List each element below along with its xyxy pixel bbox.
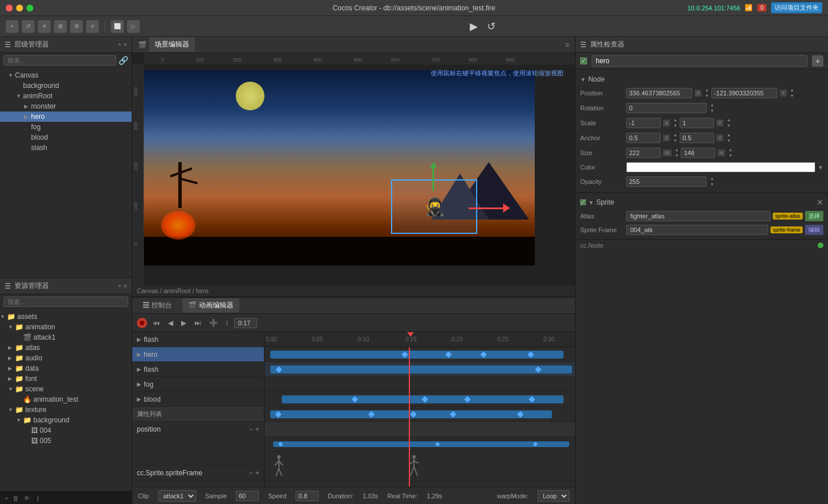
asset-item-texture[interactable]: ▼ 📁 texture: [0, 405, 132, 415]
rotation-input[interactable]: [626, 103, 707, 113]
settings-button[interactable]: ⚙: [70, 20, 83, 33]
reveal-icon[interactable]: 👁: [24, 495, 30, 502]
asset-item-005[interactable]: 🖼 005: [0, 436, 132, 446]
asset-item-data[interactable]: ▶ 📁 data: [0, 363, 132, 374]
record-button[interactable]: [137, 318, 147, 328]
add-node-button[interactable]: +: [6, 20, 18, 33]
sprite-enabled[interactable]: ✓: [580, 199, 586, 205]
refresh-scene-button[interactable]: ↺: [487, 20, 496, 33]
scene-view-button[interactable]: ⬜: [111, 20, 124, 33]
add-icon[interactable]: +: [5, 495, 8, 502]
track-row-flash2[interactable]: ▶ flash: [132, 362, 264, 377]
scale-y-input[interactable]: [680, 118, 714, 128]
ax-up[interactable]: ▲: [673, 132, 677, 138]
skip-start-button[interactable]: ⏮: [151, 318, 162, 328]
asset-item-font[interactable]: ▶ 📁 font: [0, 374, 132, 384]
anim-timeline[interactable]: 0:00 0:05 0:10 0:15 0:20 0:25 0:30 0:35 …: [264, 332, 575, 487]
color-dropdown[interactable]: ▼: [818, 164, 823, 171]
anchor-y-input[interactable]: [680, 133, 714, 143]
play-pause-button[interactable]: ▶: [179, 318, 189, 328]
asset-item-animation-test[interactable]: 🔥 animation_test: [0, 394, 132, 405]
rot-down[interactable]: ▼: [710, 108, 714, 114]
ay-up[interactable]: ▲: [727, 132, 731, 138]
size-h-input[interactable]: [681, 148, 715, 158]
node-enabled-checkbox[interactable]: ✓: [580, 57, 587, 64]
close-btn[interactable]: [6, 5, 13, 11]
sprite-section-header[interactable]: ✓ ▼ Sprite ✕: [576, 195, 828, 209]
minus-icon[interactable]: −: [249, 425, 253, 433]
asset-item-background-folder[interactable]: ▼ 📁 background: [0, 415, 132, 425]
asset-item-attack1[interactable]: 🎬 attack1: [0, 332, 132, 343]
node-section-header[interactable]: ▼ Node: [576, 73, 828, 86]
skip-end-button[interactable]: ⏭: [192, 318, 204, 328]
anchor-x-input[interactable]: [626, 133, 661, 143]
track-row-fog[interactable]: ▶ fog: [132, 377, 264, 392]
hierarchy-menu-btn[interactable]: ≡: [124, 41, 127, 48]
step-back-button[interactable]: ◀: [166, 318, 175, 328]
ay-down[interactable]: ▼: [727, 138, 731, 144]
tree-item-slash[interactable]: slash: [0, 143, 132, 153]
plus-icon2[interactable]: +: [255, 469, 259, 477]
plus-icon[interactable]: +: [255, 425, 259, 433]
asset-item-assets[interactable]: ▼ 📁 assets: [0, 311, 132, 322]
frame-value-input[interactable]: [626, 225, 768, 235]
color-swatch[interactable]: [626, 162, 815, 172]
frame-edit-button[interactable]: 编辑: [805, 225, 823, 235]
rot-up[interactable]: ▲: [710, 102, 714, 108]
tree-item-animroot[interactable]: ▼ animRoot: [0, 91, 132, 101]
op-up[interactable]: ▲: [710, 176, 714, 182]
position-x-input[interactable]: [626, 88, 692, 98]
tree-item-canvas[interactable]: ▼ Canvas: [0, 70, 132, 80]
node-name-input[interactable]: [592, 55, 807, 67]
ax-down[interactable]: ▼: [673, 138, 677, 144]
sw-up[interactable]: ▲: [675, 147, 679, 153]
tree-item-monster[interactable]: ▶ monster: [0, 101, 132, 111]
asset-item-scene[interactable]: ▼ 📁 scene: [0, 384, 132, 394]
hierarchy-add-btn[interactable]: +: [118, 41, 121, 48]
opacity-input[interactable]: [626, 176, 707, 187]
delete-icon[interactable]: 🗑: [13, 495, 19, 502]
scale-x-input[interactable]: [626, 118, 661, 128]
visit-project-button[interactable]: 访问项目文件夹: [771, 2, 822, 13]
tab-animation[interactable]: 🎬 动画编辑器: [182, 298, 239, 313]
refresh-button[interactable]: ↺: [22, 20, 34, 33]
game-view-button[interactable]: ▷: [127, 20, 140, 33]
atlas-select-button[interactable]: 选择: [805, 211, 823, 221]
step-down[interactable]: ▼: [705, 93, 709, 99]
sy-up[interactable]: ▲: [727, 117, 731, 123]
hierarchy-search-input[interactable]: [3, 55, 116, 66]
add-event-button[interactable]: ➕: [207, 318, 220, 328]
sh-up[interactable]: ▲: [729, 147, 733, 153]
tab-console[interactable]: ☰ 控制台: [137, 298, 178, 313]
tree-item-background[interactable]: background: [0, 80, 132, 91]
delete-button[interactable]: ✕: [38, 20, 51, 33]
step-up[interactable]: ▲: [705, 87, 709, 93]
scene-canvas[interactable]: 0 100 200 300 400 500 600 700 800 900 40…: [132, 53, 575, 285]
asset-item-004[interactable]: 🖼 004: [0, 425, 132, 436]
clip-select[interactable]: attack1: [158, 490, 196, 502]
asset-item-audio[interactable]: ▶ 📁 audio: [0, 353, 132, 363]
sx-down[interactable]: ▼: [673, 123, 677, 129]
sw-down[interactable]: ▼: [675, 153, 679, 159]
step-down2[interactable]: ▼: [790, 93, 794, 99]
asset-add-btn[interactable]: +: [118, 283, 121, 289]
cursor-button[interactable]: ⁞: [224, 318, 231, 328]
sh-down[interactable]: ▼: [729, 153, 733, 159]
maximize-btn[interactable]: [26, 5, 33, 11]
asset-item-animation[interactable]: ▼ 📁 animation: [0, 322, 132, 332]
atlas-value-input[interactable]: [626, 211, 770, 221]
warp-select[interactable]: Loop: [538, 490, 569, 502]
asset-item-atlas[interactable]: ▶ 📁 atlas: [0, 343, 132, 353]
anim-time-input[interactable]: [234, 318, 257, 328]
asset-menu-btn[interactable]: ≡: [124, 283, 127, 289]
sample-input[interactable]: [236, 491, 259, 501]
sprite-close-btn[interactable]: ✕: [816, 198, 823, 207]
sx-up[interactable]: ▲: [673, 117, 677, 123]
group-button[interactable]: ⊞: [54, 20, 67, 33]
minus-icon2[interactable]: −: [249, 469, 253, 477]
scene-menu-icon[interactable]: ≡: [565, 41, 569, 49]
speed-input[interactable]: [296, 491, 319, 501]
track-row-flash1[interactable]: ▶ flash: [132, 332, 264, 347]
sy-down[interactable]: ▼: [727, 123, 731, 129]
step-up2[interactable]: ▲: [790, 87, 794, 93]
